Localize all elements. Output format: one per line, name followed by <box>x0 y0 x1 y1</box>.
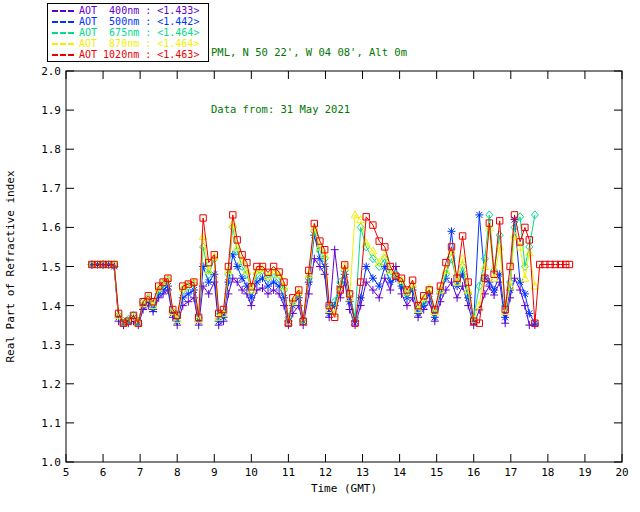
svg-text:Real Part of Refractive index: Real Part of Refractive index <box>4 170 17 362</box>
svg-text:5: 5 <box>63 466 70 479</box>
svg-text:12: 12 <box>319 466 332 479</box>
legend-entry: AOT 870nm : <1.464> <box>48 38 208 49</box>
svg-text:16: 16 <box>467 466 480 479</box>
legend-entry-label: AOT 500nm : <1.442> <box>79 16 199 27</box>
svg-text:14: 14 <box>393 466 407 479</box>
svg-text:1.7: 1.7 <box>41 182 61 195</box>
svg-text:17: 17 <box>504 466 517 479</box>
svg-text:2.0: 2.0 <box>41 65 61 78</box>
refractive-index-plot-page: AOT 400nm : <1.433>AOT 500nm : <1.442>AO… <box>0 0 640 512</box>
svg-text:13: 13 <box>356 466 369 479</box>
legend-entry: AOT 400nm : <1.433> <box>48 5 208 16</box>
legend-entry-label: AOT 400nm : <1.433> <box>79 5 199 16</box>
svg-text:1.9: 1.9 <box>41 104 61 117</box>
svg-text:Time (GMT): Time (GMT) <box>311 482 377 495</box>
svg-text:1.3: 1.3 <box>41 339 61 352</box>
svg-text:9: 9 <box>211 466 218 479</box>
legend-entry-label: AOT 1020nm : <1.463> <box>79 49 199 60</box>
legend-line-sample-icon <box>52 10 74 12</box>
legend-line-sample-icon <box>52 32 74 34</box>
legend-entry: AOT 675nm : <1.464> <box>48 27 208 38</box>
svg-text:11: 11 <box>282 466 295 479</box>
svg-text:1.5: 1.5 <box>41 261 61 274</box>
svg-text:1.2: 1.2 <box>41 378 61 391</box>
data-date-text: Data from: 31 May 2021 <box>211 100 407 119</box>
legend-entry-label: AOT 870nm : <1.464> <box>79 38 199 49</box>
svg-text:1.6: 1.6 <box>41 221 61 234</box>
svg-text:15: 15 <box>430 466 443 479</box>
legend-entry-label: AOT 675nm : <1.464> <box>79 27 199 38</box>
legend-line-sample-icon <box>52 43 74 45</box>
legend-box: AOT 400nm : <1.433>AOT 500nm : <1.442>AO… <box>47 3 209 62</box>
svg-text:1.4: 1.4 <box>41 300 61 313</box>
svg-text:18: 18 <box>541 466 554 479</box>
svg-text:1.0: 1.0 <box>41 456 61 469</box>
svg-text:1.8: 1.8 <box>41 143 61 156</box>
legend-entry: AOT 1020nm : <1.463> <box>48 49 208 60</box>
svg-text:20: 20 <box>615 466 628 479</box>
legend-line-sample-icon <box>52 21 74 23</box>
svg-text:7: 7 <box>137 466 144 479</box>
svg-text:8: 8 <box>174 466 181 479</box>
svg-text:1.1: 1.1 <box>41 417 61 430</box>
legend-entry: AOT 500nm : <1.442> <box>48 16 208 27</box>
station-info: PML, N 50 22', W 04 08', Alt 0m Data fro… <box>211 5 407 157</box>
legend-line-sample-icon <box>52 54 74 56</box>
svg-text:6: 6 <box>100 466 107 479</box>
station-location-text: PML, N 50 22', W 04 08', Alt 0m <box>211 43 407 62</box>
svg-text:19: 19 <box>578 466 591 479</box>
svg-text:10: 10 <box>245 466 258 479</box>
